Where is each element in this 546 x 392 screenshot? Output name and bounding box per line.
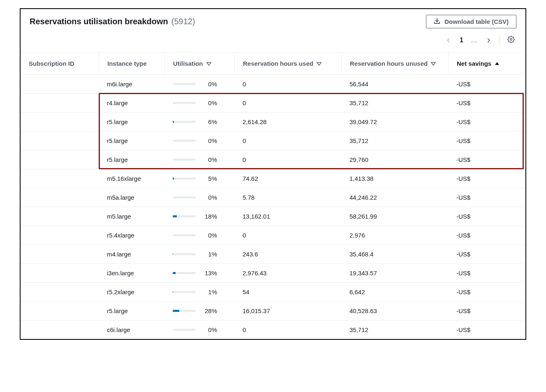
cell-utilisation: 0% [164, 321, 234, 339]
col-hours-unused[interactable]: Reservation hours unused [341, 53, 448, 74]
utilisation-value: 0% [201, 194, 217, 201]
cell-net-savings: -US$ [448, 188, 510, 207]
svg-marker-1 [207, 62, 211, 65]
cell-subscription-id [21, 135, 99, 147]
cell-net-savings: -US$ [448, 321, 510, 339]
table-row[interactable]: m4.large 1% 243.6 35,468.4 -US$ [21, 245, 525, 264]
table-row[interactable]: m5.large 18% 13,162.01 58,261.99 -US$ [21, 207, 525, 226]
table-row[interactable]: r5.large 0% 0 29,760 -US$ [21, 150, 525, 169]
cell-hours-unused: 35,468.4 [341, 245, 448, 263]
cell-hours-used: 16,015.37 [234, 302, 341, 320]
cell-net-savings: -US$ [448, 113, 510, 131]
utilisation-bar [173, 83, 196, 85]
table-row[interactable]: r5.2xlarge 1% 54 6,642 -US$ [21, 283, 525, 302]
table-row[interactable]: i3en.large 13% 2,976.43 19,343.57 -US$ [21, 264, 525, 283]
cell-hours-used: 2,976.43 [234, 264, 341, 282]
utilisation-value: 0% [201, 232, 217, 239]
cell-instance-type: m6i.large [99, 75, 164, 93]
page-next-button[interactable] [485, 37, 492, 44]
cell-net-savings: -US$ [448, 150, 510, 169]
table-row[interactable]: r5.4xlarge 0% 0 2,976 -US$ [21, 226, 525, 245]
cell-hours-unused: 19,343.57 [341, 264, 448, 282]
cell-subscription-id [21, 324, 99, 336]
cell-instance-type: m5a.large [99, 188, 164, 207]
cell-hours-unused: 44,246.22 [341, 188, 448, 207]
cell-net-savings: -US$ [448, 169, 510, 188]
col-instance-type[interactable]: Instance type [99, 53, 164, 74]
page-current[interactable]: 1 [460, 37, 463, 44]
cell-hours-unused: 35,712 [341, 131, 448, 150]
utilisation-bar [173, 234, 196, 236]
utilisation-value: 18% [201, 213, 217, 220]
utilisation-value: 0% [201, 81, 217, 88]
download-csv-button[interactable]: Download table (CSV) [426, 15, 516, 28]
utilisation-value: 28% [201, 307, 217, 314]
table-row[interactable]: r5.large 0% 0 35,712 -US$ [21, 131, 525, 150]
cell-hours-unused: 56,544 [341, 75, 448, 93]
cell-instance-type: m4.large [99, 245, 164, 263]
col-subscription-id-label: Subscription ID [29, 60, 74, 67]
col-net-savings[interactable]: Net savings [448, 53, 510, 74]
table-row[interactable]: m5.16xlarge 5% 74.62 1,413.38 -US$ [21, 169, 525, 188]
utilisation-bar [173, 121, 196, 123]
col-hours-unused-label: Reservation hours unused [350, 60, 428, 67]
cell-hours-unused: 39,049.72 [341, 113, 448, 131]
cell-instance-type: r5.large [99, 113, 164, 131]
cell-utilisation: 1% [164, 283, 234, 301]
cell-subscription-id [21, 78, 99, 90]
cell-subscription-id [21, 267, 99, 279]
table-settings-button[interactable] [507, 36, 515, 45]
panel: Reservations utilisation breakdown (5912… [20, 8, 526, 340]
table-row[interactable]: r4.large 0% 0 35,712 -US$ [21, 94, 525, 113]
cell-utilisation: 0% [164, 131, 234, 150]
cell-hours-used: 0 [234, 321, 341, 339]
cell-hours-unused: 1,413.38 [341, 169, 448, 188]
cell-subscription-id [21, 305, 99, 317]
cell-instance-type: m5.large [99, 207, 164, 226]
cell-hours-used: 0 [234, 131, 341, 150]
svg-marker-3 [431, 62, 435, 65]
utilisation-bar [173, 310, 196, 312]
col-utilisation[interactable]: Utilisation [164, 53, 234, 74]
table-row[interactable]: r5.large 28% 16,015.37 40,528.63 -US$ [21, 302, 525, 321]
cell-subscription-id [21, 230, 99, 241]
col-subscription-id[interactable]: Subscription ID [21, 53, 99, 74]
cell-net-savings: -US$ [448, 226, 510, 244]
sort-desc-icon [431, 61, 436, 66]
table-row[interactable]: m6i.large 0% 0 56,544 -US$ [21, 75, 525, 94]
cell-utilisation: 0% [164, 94, 234, 112]
cell-net-savings: -US$ [448, 207, 510, 226]
cell-hours-unused: 58,261.99 [341, 207, 448, 226]
sort-desc-icon [206, 61, 211, 66]
utilisation-value: 0% [201, 137, 217, 144]
utilisation-value: 0% [201, 99, 217, 106]
panel-header: Reservations utilisation breakdown (5912… [21, 9, 525, 28]
title-wrap: Reservations utilisation breakdown (5912… [30, 17, 195, 26]
utilisation-value: 1% [201, 251, 217, 258]
cell-hours-used: 0 [234, 226, 341, 244]
page-prev-button[interactable] [445, 37, 452, 44]
cell-subscription-id [21, 154, 99, 166]
utilisation-bar [173, 253, 196, 255]
sort-desc-icon [317, 61, 322, 66]
table-row[interactable]: m5a.large 0% 5.78 44,246.22 -US$ [21, 188, 525, 207]
table-row[interactable]: r5.large 6% 2,614.28 39,049.72 -US$ [21, 113, 525, 131]
row-count: (5912) [171, 17, 195, 26]
svg-marker-2 [317, 62, 321, 65]
utilisation-value: 0% [201, 156, 217, 163]
cell-utilisation: 0% [164, 150, 234, 169]
cell-utilisation: 5% [164, 169, 234, 188]
cell-subscription-id [21, 211, 99, 222]
utilisation-bar [173, 102, 196, 104]
col-instance-type-label: Instance type [107, 60, 147, 67]
utilisation-bar [173, 291, 196, 293]
pagination: 1 … [21, 28, 525, 52]
table-row[interactable]: c6i.large 0% 0 35,712 -US$ [21, 321, 525, 339]
cell-net-savings: -US$ [448, 264, 510, 282]
col-hours-used[interactable]: Reservation hours used [234, 53, 341, 74]
col-net-savings-label: Net savings [457, 60, 491, 67]
cell-hours-unused: 2,976 [341, 226, 448, 244]
cell-utilisation: 18% [164, 207, 234, 226]
utilisation-value: 1% [201, 288, 217, 295]
utilisation-value: 0% [201, 326, 217, 333]
